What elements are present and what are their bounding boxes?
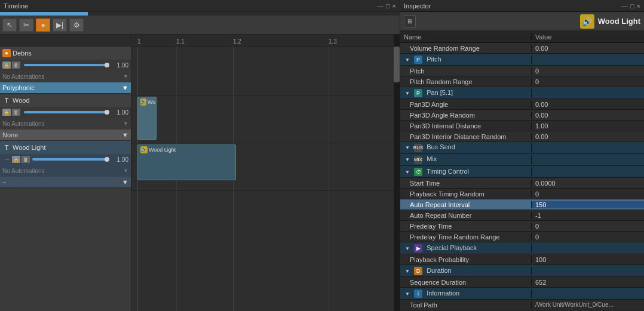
insp-section-pitch[interactable]: ▼ P Pitch [400, 54, 644, 66]
seq-block-wood-light-header: 🔊 Wood Light [140, 146, 233, 153]
insp-section-mix[interactable]: ▼ MIX Mix [400, 154, 644, 166]
track-item-debris: ● Debris 🔒 🗑 1.00 No Automations ▼ Poly [0, 47, 131, 94]
insp-value-pan3d-interior-random[interactable]: 0.00 [532, 133, 644, 140]
inspector-object-icon: 🔊 [580, 14, 594, 29]
seq-block-wood-light-label: Wood Light [149, 147, 176, 153]
track-wood-light-no-automations: No Automations ▼ [0, 165, 131, 177]
insp-section-duration[interactable]: ▼ D Duration [400, 265, 644, 277]
insp-name-pan3d-interior-random: Pan3D Interior Distance Random [400, 133, 532, 140]
special-playback-section-icon: ▶ [414, 244, 422, 253]
insp-value-auto-repeat-interval[interactable]: 150 [532, 201, 644, 208]
track-debris-no-auto-label: No Automations [2, 73, 45, 80]
track-list: ● Debris 🔒 🗑 1.00 No Automations ▼ Poly [0, 35, 131, 311]
record-btn[interactable]: ● [36, 19, 50, 32]
settings-btn[interactable]: ⚙ [69, 19, 84, 32]
track-wood-light-icon: T [2, 143, 11, 152]
insp-row-start-time: Start Time 0.0000 [400, 178, 644, 189]
insp-value-pitch-random[interactable]: 0 [532, 78, 644, 85]
timeline-minimize-btn[interactable]: — [377, 2, 384, 10]
sequences-scroll-thumb[interactable] [394, 47, 400, 82]
insp-section-information[interactable]: ▼ i Information [400, 288, 644, 300]
insp-value-pan3d-angle-random[interactable]: 0.00 [532, 112, 644, 119]
seq-block-wood-header: 🔊 Wo [140, 98, 154, 106]
timeline-content: ● Debris 🔒 🗑 1.00 No Automations ▼ Poly [0, 35, 400, 311]
track-wood-light-lock-icon[interactable]: 🔒 [12, 156, 20, 163]
seq-block-wood-light-icon: 🔊 [140, 146, 148, 153]
insp-name-duration-section: ▼ D Duration [400, 267, 532, 275]
track-wood-light-mode-dropdown[interactable]: ··· ▼ [0, 177, 131, 187]
insp-value-pan3d-internal[interactable]: 1.00 [532, 122, 644, 130]
pan-section-icon: P [414, 89, 422, 97]
insp-name-auto-repeat-interval: Auto Repeat Interval [400, 201, 532, 208]
insp-value-playback-probability[interactable]: 100 [532, 256, 644, 263]
seq-block-wood-label: Wo [148, 99, 155, 105]
insp-value-tool-path: /Work Unit/WorkUnit_0/Cue... [532, 301, 644, 308]
insp-value-start-time[interactable]: 0.0000 [532, 180, 644, 187]
insp-value-sequence-duration[interactable]: 652 [532, 279, 644, 286]
track-wood-lock-icon[interactable]: 🔒 [2, 109, 11, 116]
timeline-title: Timeline [4, 2, 28, 10]
scissors-tool-btn[interactable]: ✂ [19, 19, 33, 32]
pitch-section-icon: P [414, 56, 422, 64]
sequences-scrollbar[interactable] [394, 35, 400, 311]
insp-value-pitch[interactable]: 0 [532, 67, 644, 75]
pan-section-label: Pan [5.1] [427, 89, 453, 96]
track-debris-delete-icon[interactable]: 🗑 [12, 61, 20, 69]
inspector-maximize-btn[interactable]: □ [630, 2, 634, 10]
insp-row-auto-repeat-interval[interactable]: Auto Repeat Interval 150 [400, 199, 644, 210]
track-wood-delete-icon[interactable]: 🗑 [12, 109, 20, 116]
inspector-grid-btn[interactable]: ⊞ [404, 16, 416, 27]
timing-toggle-icon: ▼ [404, 168, 411, 175]
insp-name-mix-section: ▼ MIX Mix [400, 155, 532, 164]
seq-block-wood-light[interactable]: 🔊 Wood Light [137, 144, 236, 180]
insp-name-playback-probability: Playback Probability [400, 256, 532, 263]
insp-section-timing[interactable]: ▼ ⏱ Timing Control [400, 166, 644, 178]
track-wood-slider[interactable] [24, 111, 109, 113]
insp-section-pan[interactable]: ▼ P Pan [5.1] [400, 87, 644, 99]
mix-toggle-icon: ▼ [404, 156, 411, 164]
timeline-close-btn[interactable]: × [392, 2, 396, 10]
inspector-object-name: Wood Light [598, 17, 640, 26]
insp-row-pan3d-angle: Pan3D Angle 0.00 [400, 99, 644, 110]
insp-section-special-playback[interactable]: ▼ ▶ Special Playback [400, 242, 644, 254]
timeline-maximize-btn[interactable]: □ [386, 2, 390, 10]
track-item-wood-light: T Wood Light ··· 🔒 🗑 1.00 No Automations… [0, 141, 131, 188]
track-wood-slider-thumb [105, 110, 109, 115]
duration-section-label: Duration [427, 267, 452, 274]
track-debris-lock-icon[interactable]: 🔒 [2, 61, 11, 69]
insp-name-pan-section: ▼ P Pan [5.1] [400, 89, 532, 97]
insp-name-playback-timing-random: Playback Timing Random [400, 190, 532, 198]
insp-value-pan3d-angle[interactable]: 0.00 [532, 101, 644, 108]
insp-row-sequence-duration: Sequence Duration 652 [400, 277, 644, 288]
insp-row-playback-timing-random: Playback Timing Random 0 [400, 189, 644, 199]
cursor-tool-btn[interactable]: ↖ [2, 19, 17, 32]
insp-value-auto-repeat-number[interactable]: -1 [532, 212, 644, 219]
track-wood-light-header: T Wood Light [0, 141, 131, 154]
inspector-title: Inspector [404, 2, 431, 10]
insp-value-predelay-time[interactable]: 0 [532, 223, 644, 230]
timing-section-label: Timing Control [427, 168, 469, 175]
inspector-minimize-btn[interactable]: — [621, 2, 628, 10]
inspector-close-btn[interactable]: × [637, 2, 640, 10]
seq-block-wood[interactable]: 🔊 Wo [137, 97, 157, 140]
track-debris-mode-dropdown[interactable]: Polyphonic ▼ [0, 82, 131, 93]
forward-btn[interactable]: ▶| [53, 19, 67, 32]
insp-section-bus-send[interactable]: ▼ BUS Bus Send [400, 142, 644, 154]
inspector-table[interactable]: Volume Random Range 0.00 ▼ P Pitch Pitch… [400, 43, 644, 311]
track-wood-mode-dropdown[interactable]: None ▼ [0, 130, 131, 140]
track-wood-light-mode-arrow: ▼ [122, 178, 128, 186]
inspector-header: Inspector — □ × [400, 0, 644, 12]
timeline-toolbar: ↖ ✂ ● ▶| ⚙ [0, 16, 400, 35]
insp-row-pan3d-angle-random: Pan3D Angle Random 0.00 [400, 110, 644, 121]
track-wood-light-slider[interactable] [32, 158, 109, 161]
track-debris-slider[interactable] [24, 64, 109, 66]
insp-value-volume-random: 0.00 [532, 45, 644, 52]
insp-name-pan3d-angle: Pan3D Angle [400, 101, 532, 108]
mix-section-icon: MIX [414, 156, 422, 164]
timeline-header: Timeline — □ × [0, 0, 400, 12]
inspector-col-name-header: Name [400, 33, 532, 41]
insp-name-predelay-random: Predelay Time Random Range [400, 233, 532, 241]
track-wood-light-delete-icon[interactable]: 🗑 [22, 156, 30, 163]
insp-value-playback-timing-random[interactable]: 0 [532, 190, 644, 198]
insp-value-predelay-random[interactable]: 0 [532, 233, 644, 241]
